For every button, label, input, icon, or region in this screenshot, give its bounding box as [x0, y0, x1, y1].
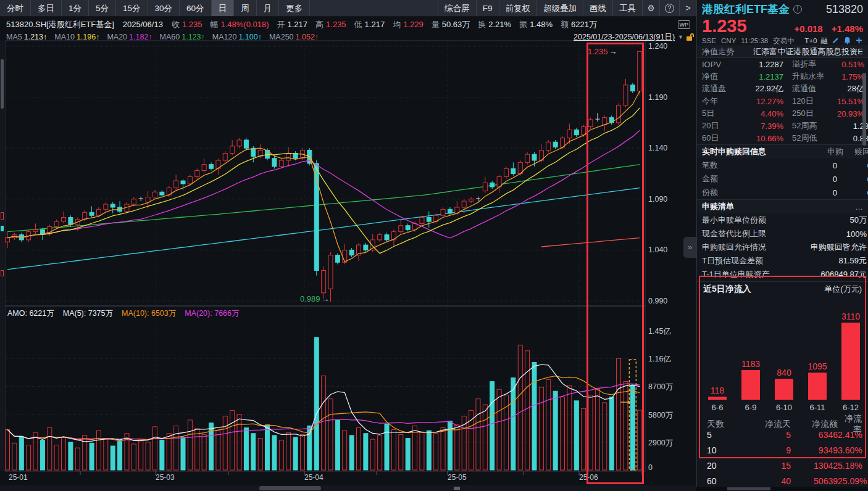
- period-tab[interactable]: 1分: [62, 0, 89, 16]
- flow-table: 天数净流天净流额净流率5563462.41%10993493.60%201513…: [697, 413, 868, 489]
- last-price-annotation: 1.235→: [588, 47, 617, 56]
- period-tabs: 分时多日1分5分15分30分60分日周月更多: [0, 0, 310, 16]
- overview-row: 净值1.2137升贴水率1.75%: [697, 70, 868, 83]
- date-range-group: 2025/01/23-2025/06/13(91日) ▼: [574, 32, 694, 43]
- quote-field-label: 幅: [210, 20, 218, 29]
- quote-field-value: 1.235: [326, 20, 346, 29]
- flow-bar-date: 6-11: [801, 403, 834, 412]
- quote-field-label: 低: [354, 20, 362, 29]
- ma-label: MA10: [54, 33, 75, 41]
- horizontal-scrollbar-thumb[interactable]: [259, 486, 321, 490]
- quote-field-value: 1.235: [182, 20, 202, 29]
- redeem-label: T-1日单位申赎资产: [702, 269, 770, 280]
- period-tab[interactable]: 周: [234, 0, 257, 16]
- redeem-value: 81.59元: [763, 255, 867, 266]
- flow-bar: [808, 373, 827, 400]
- toolbar-button[interactable]: 综合屏: [438, 0, 476, 16]
- subscribe-label: 笔数: [702, 160, 778, 171]
- amo-legend-item: AMO: 6221万: [7, 308, 54, 318]
- unlock-icon[interactable]: [686, 33, 694, 41]
- subscribe-value: 0: [837, 161, 868, 170]
- redeem-value: 606849.87元: [770, 269, 867, 280]
- toolbar-button[interactable]: 前复权: [499, 0, 537, 16]
- overview-row: 20日7.39%52周高1.23: [697, 120, 868, 132]
- fund-code: 513820: [826, 3, 863, 16]
- quote-date: 2025/06/13: [123, 20, 163, 29]
- flow-table-cell: 6346: [791, 430, 838, 440]
- flow-table-row: 2015130425.18%: [697, 458, 868, 473]
- quote-field-value: 1.229: [403, 20, 424, 29]
- app-root: 分时多日1分5分15分30分60分日周月更多 综合屏F9前复权超级叠加画线工具⚙…: [0, 0, 868, 491]
- subscribe-rows: 笔数00金额00份额00: [697, 159, 868, 199]
- ma-legend-item: MA601.123↑: [160, 33, 205, 41]
- overview-value: 0.51%: [829, 60, 864, 69]
- overview-value: 22.92亿: [737, 83, 783, 94]
- period-tab[interactable]: 更多: [279, 0, 310, 16]
- period-tab[interactable]: 分时: [0, 0, 31, 16]
- kline-chart[interactable]: [0, 0, 696, 491]
- settings-gear-icon[interactable]: ⚙: [642, 0, 659, 16]
- quote-field-value: 1.217: [365, 20, 385, 29]
- redeem-label: 申购赎回允许情况: [702, 242, 766, 253]
- flow-table-cell: 40: [750, 476, 791, 486]
- quote-field-value: 1.217: [288, 20, 308, 29]
- panel-scrollbar-thumb[interactable]: [862, 73, 866, 146]
- flow-bar-value: 3110: [834, 312, 867, 321]
- add-plus-icon[interactable]: [855, 36, 863, 46]
- arrow-right-icon: →: [322, 294, 330, 303]
- period-tab[interactable]: 多日: [31, 0, 62, 16]
- time-axis-label: 25-03: [156, 473, 175, 482]
- period-tab[interactable]: 月: [257, 0, 280, 16]
- flow-table-cell: 5: [750, 430, 791, 440]
- time-axis: 25-0125-0325-0425-0525-06: [0, 473, 696, 484]
- subscribe-label: 份额: [702, 187, 778, 198]
- help-icon[interactable]: ?: [665, 4, 674, 13]
- ma-value: 1.196↑: [77, 33, 100, 41]
- amo-legend-item: MA(10): 6503万: [122, 308, 176, 318]
- toolbar-button[interactable]: 超级叠加: [536, 0, 583, 16]
- horizontal-scrollbar[interactable]: [0, 485, 696, 491]
- quote-field-label: 高: [315, 20, 323, 29]
- flow-table-header-cell: 净流额: [791, 419, 838, 430]
- flow-table-row: 10993493.60%: [697, 442, 868, 458]
- expand-arrow-icon[interactable]: >: [679, 0, 696, 16]
- redeem-value: 50万: [766, 215, 867, 226]
- toolbar-button[interactable]: F9: [476, 0, 499, 16]
- quote-field-value: 6221万: [571, 20, 597, 29]
- period-tab[interactable]: 15分: [116, 0, 148, 16]
- flow-bar-date: 6-12: [834, 403, 867, 412]
- flow-bar-date: 6-9: [734, 403, 767, 412]
- chevron-down-icon[interactable]: ▼: [678, 34, 683, 40]
- ma-label: MA250: [269, 33, 294, 41]
- amo-legend: AMO: 6221万MA(5): 7375万MA(10): 6503万MA(20…: [7, 308, 248, 318]
- flow-chart-title: 近5日净流入: [703, 284, 751, 295]
- wp-badge[interactable]: WP: [678, 20, 691, 29]
- quote-field-value: 50.63万: [442, 20, 470, 29]
- more-icon[interactable]: …: [855, 202, 863, 212]
- subscribe-section-header: 实时申购赎回信息 申购 赎回: [697, 144, 868, 159]
- quote-field-label: 收: [172, 20, 180, 29]
- vertical-scrollbar-thumb[interactable]: [1, 59, 4, 109]
- fund-name: 港股红利ETF基金: [702, 2, 790, 17]
- quote-field-label: 开: [277, 20, 285, 29]
- overview-section: IOPV1.2287溢折率0.51%净值1.2137升贴水率1.75%流通盘22…: [697, 58, 868, 144]
- period-tab[interactable]: 30分: [148, 0, 180, 16]
- info-icon[interactable]: !: [793, 5, 802, 14]
- alert-bell-icon[interactable]: [843, 36, 851, 46]
- flow-bar-value: 840: [767, 368, 801, 378]
- toolbar-button[interactable]: 工具: [612, 0, 642, 16]
- edit-pencil-icon[interactable]: [832, 36, 840, 46]
- redeem-section-header: 申赎清单 …: [697, 199, 868, 213]
- time-axis-label: 25-05: [448, 473, 467, 482]
- date-range-selector[interactable]: 2025/01/23-2025/06/13(91日): [574, 32, 675, 43]
- collapse-panel-handle[interactable]: »: [683, 237, 696, 258]
- quote-field-label: 换: [478, 20, 486, 29]
- subscribe-value: 0: [778, 175, 837, 184]
- flow-table-cell: 9349: [791, 445, 838, 455]
- overview-value: 7.39%: [737, 122, 783, 131]
- period-tab[interactable]: 5分: [89, 0, 116, 16]
- period-tab[interactable]: 60分: [180, 0, 212, 16]
- nav-row[interactable]: 净值走势 汇添富中证港股通高股息投资E: [697, 46, 868, 58]
- toolbar-button[interactable]: 画线: [583, 0, 612, 16]
- period-tab[interactable]: 日: [212, 0, 235, 16]
